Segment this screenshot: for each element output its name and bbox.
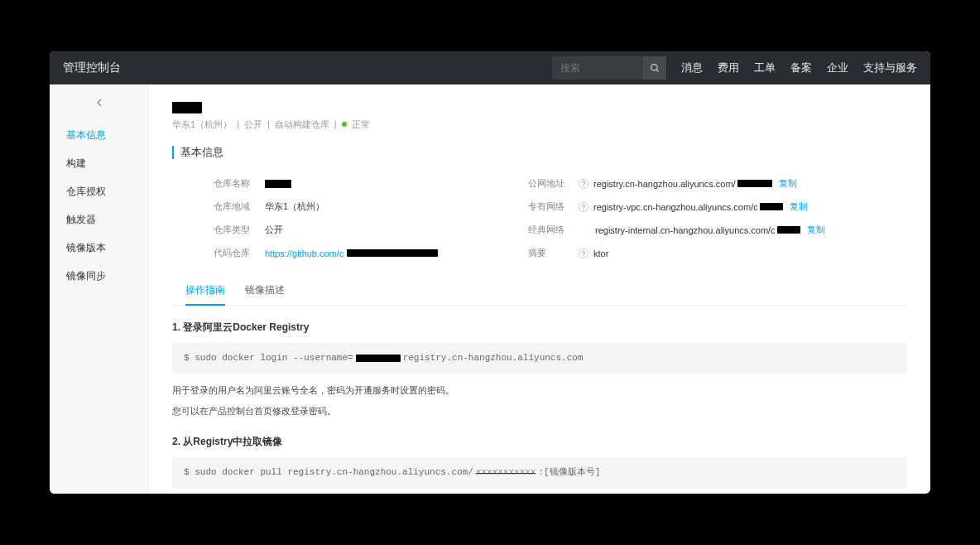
nav-tickets[interactable]: 工单 xyxy=(754,60,776,75)
section-title: 基本信息 xyxy=(172,146,907,159)
search-box xyxy=(552,56,666,80)
info-row-vpc-address: 专有网络 ? registry-vpc.cn-hangzhou.aliyuncs… xyxy=(528,195,891,219)
nav-icp[interactable]: 备案 xyxy=(790,60,812,75)
info-row-repo-source: 代码仓库 https://github.com/c xyxy=(214,242,512,265)
help-icon[interactable]: ? xyxy=(579,248,588,258)
github-link[interactable]: https://github.com/c xyxy=(265,248,343,258)
redacted-github-path xyxy=(347,249,438,257)
sidebar-item-build[interactable]: 构建 xyxy=(50,149,148,177)
main-content: 华东1（杭州） | 公开 | 自动构建仓库 | 正常 基本信息 仓库名称 xyxy=(149,84,930,494)
sidebar-item-repo-auth[interactable]: 仓库授权 xyxy=(50,177,148,205)
info-row-summary: 摘要 ? ktor xyxy=(528,242,891,265)
sidebar: 基本信息 构建 仓库授权 触发器 镜像版本 镜像同步 xyxy=(50,84,149,494)
tab-description[interactable]: 镜像描述 xyxy=(245,277,285,306)
info-right: 公网地址 ? registry.cn-hangzhou.aliyuncs.com… xyxy=(528,172,891,265)
breadcrumb-build: 自动构建仓库 xyxy=(275,118,329,131)
info-row-classic-address: 经典网络 registry-internal.cn-hangzhou.aliyu… xyxy=(528,219,891,242)
guide-step-1-title: 1. 登录阿里云Docker Registry xyxy=(172,321,907,335)
redacted-username xyxy=(356,354,401,362)
status-dot-icon xyxy=(342,122,347,127)
info-row-repo-region: 仓库地域 华东1（杭州） xyxy=(214,195,512,219)
breadcrumb-status: 正常 xyxy=(352,118,370,131)
nav-billing[interactable]: 费用 xyxy=(718,60,739,75)
sidebar-item-triggers[interactable]: 触发器 xyxy=(50,205,148,234)
redacted-address xyxy=(777,226,800,234)
breadcrumb-visibility: 公开 xyxy=(244,118,262,131)
svg-point-0 xyxy=(651,65,658,71)
guide-step-2-title: 2. 从Registry中拉取镜像 xyxy=(172,435,907,449)
page-title-redacted xyxy=(172,101,907,113)
console-title: 管理控制台 xyxy=(63,60,121,75)
code-block-login: $ sudo docker login --username= registry… xyxy=(172,343,907,374)
sidebar-item-basic-info[interactable]: 基本信息 xyxy=(50,121,148,149)
sidebar-item-image-versions[interactable]: 镜像版本 xyxy=(50,234,148,262)
nav-support[interactable]: 支持与服务 xyxy=(863,60,917,75)
copy-link-vpc[interactable]: 复制 xyxy=(790,200,808,213)
search-input[interactable] xyxy=(552,62,643,74)
nav-messages[interactable]: 消息 xyxy=(681,60,703,75)
copy-link-public[interactable]: 复制 xyxy=(779,177,797,190)
copy-link-classic[interactable]: 复制 xyxy=(807,224,825,236)
redacted-address xyxy=(737,180,772,187)
info-left: 仓库名称 仓库地域 华东1（杭州） 仓库类型 公开 代码仓库 xyxy=(214,172,512,265)
guide-text-1a: 用于登录的用户名为阿里云账号全名，密码为开通服务时设置的密码。 xyxy=(172,382,907,399)
info-row-repo-name: 仓库名称 xyxy=(214,172,512,195)
search-icon xyxy=(650,63,660,73)
guide-text-1b: 您可以在产品控制台首页修改登录密码。 xyxy=(172,403,907,420)
tabs: 操作指南 镜像描述 xyxy=(172,277,907,306)
topbar: 管理控制台 消息 费用 工单 备案 企业 支持与服务 xyxy=(50,51,930,84)
help-icon[interactable]: ? xyxy=(579,179,588,189)
tab-guide[interactable]: 操作指南 xyxy=(185,277,225,306)
info-grid: 仓库名称 仓库地域 华东1（杭州） 仓库类型 公开 代码仓库 xyxy=(172,172,907,265)
chevron-left-icon xyxy=(93,96,106,109)
info-row-public-address: 公网地址 ? registry.cn-hangzhou.aliyuncs.com… xyxy=(528,172,891,195)
redacted-repo-name xyxy=(265,180,291,188)
help-icon[interactable]: ? xyxy=(579,202,588,212)
sidebar-item-image-sync[interactable]: 镜像同步 xyxy=(50,262,148,290)
breadcrumb-region: 华东1（杭州） xyxy=(172,118,232,131)
info-row-repo-type: 仓库类型 公开 xyxy=(214,219,512,242)
top-nav: 消息 费用 工单 备案 企业 支持与服务 xyxy=(681,60,917,75)
svg-line-1 xyxy=(656,70,659,72)
code-block-pull: $ sudo docker pull registry.cn-hangzhou.… xyxy=(172,457,907,489)
guide: 1. 登录阿里云Docker Registry $ sudo docker lo… xyxy=(172,321,907,494)
redacted-path: xxxxxxxxxxx xyxy=(476,465,536,480)
redacted-address xyxy=(760,203,783,210)
back-button[interactable] xyxy=(50,84,148,121)
search-button[interactable] xyxy=(643,56,666,80)
breadcrumb: 华东1（杭州） | 公开 | 自动构建仓库 | 正常 xyxy=(172,118,907,131)
nav-enterprise[interactable]: 企业 xyxy=(827,60,848,75)
